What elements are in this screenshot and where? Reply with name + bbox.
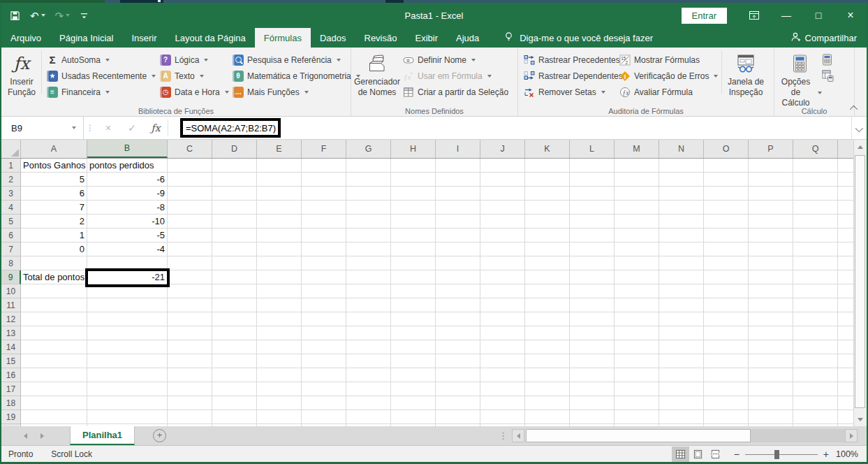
sign-in-button[interactable]: Entrar: [682, 8, 727, 24]
cell-N2[interactable]: [659, 173, 704, 187]
cell-O13[interactable]: [704, 326, 749, 340]
cell-K13[interactable]: [525, 326, 570, 340]
undo-button[interactable]: ↶: [30, 10, 45, 21]
cell-L1[interactable]: [570, 159, 615, 173]
zoom-out-icon[interactable]: −: [734, 449, 740, 460]
cell-L4[interactable]: [570, 201, 615, 215]
cell-H11[interactable]: [391, 298, 436, 312]
cell-O2[interactable]: [704, 173, 749, 187]
column-header-D[interactable]: D: [212, 140, 257, 158]
row-header-12[interactable]: 12: [1, 312, 21, 326]
cell-E19[interactable]: [257, 410, 302, 424]
cell-P10[interactable]: [749, 284, 793, 298]
cell-O19[interactable]: [704, 410, 749, 424]
cell-K6[interactable]: [525, 229, 570, 242]
cell-Q14[interactable]: [793, 340, 838, 354]
cell-O3[interactable]: [704, 187, 749, 201]
redo-dropdown-icon[interactable]: [66, 14, 70, 17]
cell-D14[interactable]: [212, 340, 257, 354]
cell-F7[interactable]: [302, 242, 346, 256]
cell-H10[interactable]: [391, 284, 436, 298]
cell-M7[interactable]: [615, 242, 659, 256]
cell-blank[interactable]: [838, 312, 853, 326]
cell-blank[interactable]: [838, 396, 853, 410]
cell-N4[interactable]: [659, 201, 704, 215]
cell-K9[interactable]: [525, 270, 570, 284]
cell-C11[interactable]: [168, 298, 212, 312]
row-header-17[interactable]: 17: [1, 382, 21, 396]
cell-G1[interactable]: [346, 159, 391, 173]
ribbon-button-rastrear-precedentes[interactable]: Rastrear Precedentes: [521, 52, 617, 68]
cell-I11[interactable]: [436, 298, 480, 312]
cell-blank[interactable]: [838, 340, 853, 354]
cell-P15[interactable]: [749, 354, 793, 368]
page-break-view-icon[interactable]: [707, 447, 724, 462]
cell-M8[interactable]: [615, 256, 659, 270]
cell-M18[interactable]: [615, 396, 659, 410]
cell-I8[interactable]: [436, 256, 480, 270]
cell-B7[interactable]: -4: [87, 242, 168, 256]
cell-I15[interactable]: [436, 354, 480, 368]
cell-I13[interactable]: [436, 326, 480, 340]
row-header-13[interactable]: 13: [1, 326, 21, 340]
cell-N3[interactable]: [659, 187, 704, 201]
cell-O16[interactable]: [704, 368, 749, 382]
cell-K4[interactable]: [525, 201, 570, 215]
row-header-19[interactable]: 19: [1, 410, 21, 424]
cell-Q12[interactable]: [793, 312, 838, 326]
calculate-now-button[interactable]: [822, 52, 840, 68]
ribbon-button-financeira[interactable]: ≡Financeira: [44, 84, 157, 100]
cell-C1[interactable]: [168, 159, 212, 173]
cell-O12[interactable]: [704, 312, 749, 326]
cell-J4[interactable]: [480, 201, 525, 215]
cell-H8[interactable]: [391, 256, 436, 270]
cell-M14[interactable]: [615, 340, 659, 354]
cell-E13[interactable]: [257, 326, 302, 340]
cell-E4[interactable]: [257, 201, 302, 215]
cell-O10[interactable]: [704, 284, 749, 298]
cell-F5[interactable]: [302, 215, 346, 229]
cell-B15[interactable]: [87, 354, 168, 368]
cell-P14[interactable]: [749, 340, 793, 354]
cell-P13[interactable]: [749, 326, 793, 340]
cell-L2[interactable]: [570, 173, 615, 187]
cell-P4[interactable]: [749, 201, 793, 215]
row-header-18[interactable]: 18: [1, 396, 21, 410]
cell-A14[interactable]: [21, 340, 87, 354]
cell-J17[interactable]: [480, 382, 525, 396]
cell-I7[interactable]: [436, 242, 480, 256]
cell-L18[interactable]: [570, 396, 615, 410]
cell-K7[interactable]: [525, 242, 570, 256]
cell-C5[interactable]: [168, 215, 212, 229]
insert-function-fx-icon[interactable]: ƒx: [144, 117, 168, 139]
ribbon-display-options-icon[interactable]: [738, 3, 770, 28]
cell-G11[interactable]: [346, 298, 391, 312]
cell-J11[interactable]: [480, 298, 525, 312]
cell-C7[interactable]: [168, 242, 212, 256]
cell-H12[interactable]: [391, 312, 436, 326]
cell-O5[interactable]: [704, 215, 749, 229]
cell-L11[interactable]: [570, 298, 615, 312]
cell-C2[interactable]: [168, 173, 212, 187]
cell-Q15[interactable]: [793, 354, 838, 368]
cell-F4[interactable]: [302, 201, 346, 215]
cell-J2[interactable]: [480, 173, 525, 187]
cell-N10[interactable]: [659, 284, 704, 298]
column-header-O[interactable]: O: [704, 140, 749, 158]
cell-M2[interactable]: [615, 173, 659, 187]
cell-H4[interactable]: [391, 201, 436, 215]
ribbon-button-autosoma[interactable]: ΣAutoSoma: [44, 52, 157, 68]
cell-E17[interactable]: [257, 382, 302, 396]
ribbon-button-logica[interactable]: ?Lógica: [157, 52, 230, 68]
cell-G4[interactable]: [346, 201, 391, 215]
cell-J13[interactable]: [480, 326, 525, 340]
row-header-5[interactable]: 5: [1, 215, 21, 229]
cell-blank[interactable]: [838, 326, 853, 340]
cell-M11[interactable]: [615, 298, 659, 312]
cell-I18[interactable]: [436, 396, 480, 410]
row-header-6[interactable]: 6: [1, 229, 21, 242]
cell-E3[interactable]: [257, 187, 302, 201]
cell-N11[interactable]: [659, 298, 704, 312]
vertical-scrollbar[interactable]: [853, 140, 867, 426]
cell-E11[interactable]: [257, 298, 302, 312]
